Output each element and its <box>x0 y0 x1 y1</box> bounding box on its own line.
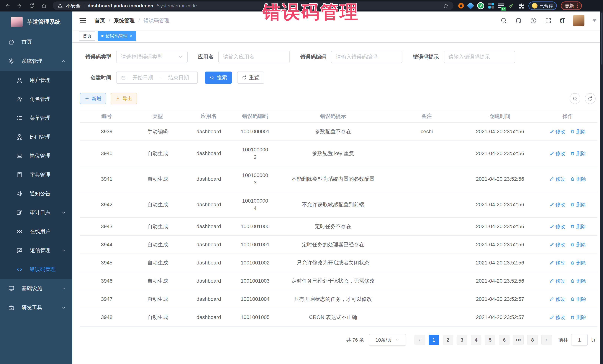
tag-home[interactable]: 首页 <box>79 31 95 41</box>
breadcrumb-home[interactable]: 首页 <box>95 17 105 24</box>
sidebar-item-online-user[interactable]: 在线用户 <box>0 222 72 241</box>
page-button-2[interactable]: 2 <box>443 335 453 345</box>
help-icon[interactable] <box>530 17 537 24</box>
delete-link[interactable]: 删除 <box>570 295 586 303</box>
back-icon[interactable] <box>4 3 10 9</box>
sidebar-item-infra[interactable]: 基础设施 <box>0 279 72 298</box>
row-actions: 修改删除 <box>550 259 586 266</box>
font-size-icon[interactable]: tT <box>560 17 565 24</box>
reload-icon[interactable] <box>29 3 35 9</box>
app-name-input[interactable]: 请输入应用名 <box>218 51 290 63</box>
avatar[interactable] <box>573 15 584 26</box>
sidebar-item-notice[interactable]: 通知公告 <box>0 184 72 203</box>
sidebar-item-home[interactable]: 首页 <box>0 32 72 52</box>
delete-label: 删除 <box>576 259 586 266</box>
delete-link[interactable]: 删除 <box>570 201 586 208</box>
sidebar-item-post[interactable]: 岗位管理 <box>0 146 72 165</box>
edit-link[interactable]: 修改 <box>550 128 565 135</box>
delete-link[interactable]: 删除 <box>570 175 586 183</box>
sidebar-item-user[interactable]: 用户管理 <box>0 71 72 90</box>
table-header-cell: 错误码提示 <box>275 110 392 122</box>
delete-link[interactable]: 删除 <box>570 259 586 266</box>
sidebar-item-sms[interactable]: 短信管理 <box>0 241 72 260</box>
delete-link[interactable]: 删除 <box>570 150 586 157</box>
bookmark-star-icon[interactable] <box>443 3 449 9</box>
next-page-button[interactable]: › <box>541 335 552 345</box>
extension-gem-icon[interactable] <box>467 2 474 10</box>
sidebar-item-menu[interactable]: 菜单管理 <box>0 109 72 128</box>
edit-link[interactable]: 修改 <box>550 223 565 230</box>
edit-link[interactable]: 修改 <box>550 201 565 208</box>
home-icon[interactable] <box>41 3 47 9</box>
paused-badge[interactable]: 已暂停 <box>528 1 557 10</box>
date-range-picker[interactable]: 开始日期 - 结束日期 <box>116 72 198 84</box>
sidebar-item-dept[interactable]: 部门管理 <box>0 128 72 146</box>
sidebar-item-dev-tool[interactable]: 研发工具 <box>0 298 72 317</box>
delete-link[interactable]: 删除 <box>570 223 586 230</box>
export-button[interactable]: 导出 <box>111 93 137 104</box>
page-button-1[interactable]: 1 <box>429 335 439 345</box>
browser-menu-icon[interactable] <box>577 3 578 8</box>
delete-link[interactable]: 删除 <box>570 128 586 135</box>
show-search-button[interactable] <box>570 93 580 104</box>
error-code-input[interactable]: 请输入错误码编码 <box>331 51 402 63</box>
prev-page-button[interactable]: ‹ <box>415 335 425 345</box>
goto-page-input[interactable] <box>571 334 588 346</box>
page-button-3[interactable]: 3 <box>457 335 467 345</box>
sidebar-item-label: 用户管理 <box>30 77 50 84</box>
edit-link[interactable]: 修改 <box>550 241 565 248</box>
page-button-6[interactable]: 6 <box>499 335 510 345</box>
tag-error-code[interactable]: 错误码管理× <box>98 31 136 41</box>
page-button-8[interactable]: 8 <box>527 335 538 345</box>
breadcrumb-system[interactable]: 系统管理 <box>114 17 135 24</box>
table-cell: 定时任务的处理器已经存在 <box>275 236 392 254</box>
page-button-5[interactable]: 5 <box>485 335 495 345</box>
forward-icon[interactable] <box>17 3 23 9</box>
edit-label: 修改 <box>556 277 565 285</box>
search-button[interactable]: 搜索 <box>205 72 232 84</box>
add-button[interactable]: 新增 <box>80 93 106 104</box>
error-msg-input[interactable]: 请输入错误码提示 <box>444 51 515 63</box>
extension-grid-icon[interactable] <box>488 3 494 9</box>
delete-link[interactable]: 删除 <box>570 241 586 248</box>
page-ellipsis[interactable]: ••• <box>513 335 524 345</box>
hamburger-icon[interactable] <box>79 17 86 24</box>
extension-key-icon[interactable] <box>508 3 514 9</box>
sidebar-logo[interactable]: 芋道管理系统 <box>0 11 72 32</box>
search-icon[interactable] <box>500 17 507 24</box>
sidebar-item-label: 通知公告 <box>30 190 50 197</box>
edit-link[interactable]: 修改 <box>550 314 565 321</box>
extension-puzzle-icon[interactable] <box>518 3 524 9</box>
error-code-value: 1001001005 <box>241 314 270 321</box>
delete-link[interactable]: 删除 <box>570 314 586 321</box>
fullscreen-icon[interactable] <box>545 17 552 24</box>
browser-scrollbar[interactable] <box>600 11 603 364</box>
edit-link[interactable]: 修改 <box>550 175 565 183</box>
sidebar-item-audit-log[interactable]: 审计日志 <box>0 203 72 222</box>
extension-v-icon[interactable]: V <box>477 2 484 9</box>
tree-icon <box>16 134 24 140</box>
update-button[interactable]: 更新 <box>561 1 582 10</box>
edit-link[interactable]: 修改 <box>550 295 565 303</box>
extension-list-icon[interactable]: on <box>498 3 504 8</box>
sidebar-item-error-code[interactable]: 错误码管理 <box>0 260 72 279</box>
github-icon[interactable] <box>515 17 522 24</box>
edit-link[interactable]: 修改 <box>550 259 565 266</box>
extension-orange-icon[interactable] <box>458 3 464 9</box>
edit-link[interactable]: 修改 <box>550 150 565 157</box>
edit-link[interactable]: 修改 <box>550 277 565 285</box>
error-type-select[interactable]: 请选择错误码类型 <box>116 51 187 63</box>
chevron-down-icon[interactable] <box>593 20 596 22</box>
edit-label: 修改 <box>556 295 565 303</box>
address-bar[interactable]: 不安全 dashboard.yudao.iocoder.cn/system/er… <box>53 1 453 10</box>
delete-link[interactable]: 删除 <box>570 277 586 285</box>
reset-button[interactable]: 重置 <box>237 72 264 84</box>
close-icon[interactable]: × <box>130 33 132 39</box>
sidebar-item-system[interactable]: 系统管理 <box>0 52 72 71</box>
sidebar-item-role[interactable]: 角色管理 <box>0 90 72 109</box>
sidebar-item-dict[interactable]: 字典管理 <box>0 165 72 184</box>
table-cell <box>392 290 462 308</box>
refresh-table-button[interactable] <box>585 93 596 104</box>
page-size-select[interactable]: 10条/页 <box>369 334 406 346</box>
page-button-4[interactable]: 4 <box>471 335 481 345</box>
